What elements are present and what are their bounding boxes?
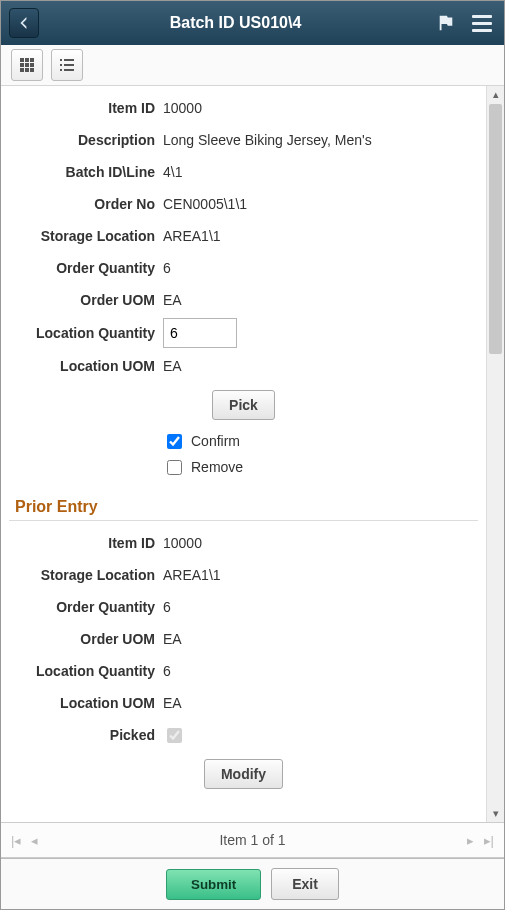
storage-location-label: Storage Location bbox=[5, 228, 163, 244]
remove-label: Remove bbox=[191, 459, 243, 475]
prior-loc-qty-value: 6 bbox=[163, 661, 171, 681]
view-toolbar bbox=[1, 45, 504, 86]
location-qty-input[interactable] bbox=[163, 318, 237, 348]
list-view-button[interactable] bbox=[51, 49, 83, 81]
location-qty-label: Location Quantity bbox=[5, 325, 163, 341]
footer-bar: Submit Exit bbox=[1, 858, 504, 909]
pick-button[interactable]: Pick bbox=[212, 390, 275, 420]
header-bar: Batch ID US010\4 bbox=[1, 1, 504, 45]
scroll-up-arrow[interactable]: ▴ bbox=[487, 86, 504, 103]
prior-order-uom-label: Order UOM bbox=[5, 631, 163, 647]
grid-icon bbox=[19, 57, 35, 73]
prior-item-id-value: 10000 bbox=[163, 533, 202, 553]
scroll-down-arrow[interactable]: ▾ bbox=[487, 805, 504, 822]
vertical-scrollbar[interactable]: ▴ ▾ bbox=[486, 86, 504, 822]
pager-prev-icon[interactable]: ◂ bbox=[31, 833, 38, 848]
order-uom-label: Order UOM bbox=[5, 292, 163, 308]
batch-line-value: 4\1 bbox=[163, 162, 182, 182]
prior-item-id-label: Item ID bbox=[5, 535, 163, 551]
order-no-label: Order No bbox=[5, 196, 163, 212]
item-id-value: 10000 bbox=[163, 98, 202, 118]
exit-button[interactable]: Exit bbox=[271, 868, 339, 900]
prior-loc-uom-value: EA bbox=[163, 693, 182, 713]
order-qty-value: 6 bbox=[163, 258, 171, 278]
confirm-label: Confirm bbox=[191, 433, 240, 449]
prior-picked-checkbox bbox=[167, 728, 182, 743]
pager-bar: |◂ ◂ Item 1 of 1 ▸ ▸| bbox=[1, 822, 504, 858]
scroll-thumb[interactable] bbox=[489, 104, 502, 354]
order-no-value: CEN0005\1\1 bbox=[163, 194, 247, 214]
app-window: Batch ID US010\4 Item ID10000 Descriptio… bbox=[0, 0, 505, 910]
batch-line-label: Batch ID\Line bbox=[5, 164, 163, 180]
prior-entry-heading: Prior Entry bbox=[9, 484, 478, 521]
prior-storage-label: Storage Location bbox=[5, 567, 163, 583]
submit-button[interactable]: Submit bbox=[166, 869, 261, 900]
pager-next-icon[interactable]: ▸ bbox=[467, 833, 474, 848]
pager-last-icon[interactable]: ▸| bbox=[484, 833, 494, 848]
confirm-checkbox[interactable] bbox=[167, 434, 182, 449]
back-button[interactable] bbox=[9, 8, 39, 38]
pager-text: Item 1 of 1 bbox=[219, 832, 285, 848]
content-area: Item ID10000 DescriptionLong Sleeve Biki… bbox=[1, 86, 504, 822]
grid-view-button[interactable] bbox=[11, 49, 43, 81]
prior-loc-uom-label: Location UOM bbox=[5, 695, 163, 711]
modify-button[interactable]: Modify bbox=[204, 759, 283, 789]
prior-storage-value: AREA1\1 bbox=[163, 565, 221, 585]
item-id-label: Item ID bbox=[5, 100, 163, 116]
pager-first-icon[interactable]: |◂ bbox=[11, 833, 21, 848]
description-value: Long Sleeve Biking Jersey, Men's bbox=[163, 130, 372, 150]
location-uom-value: EA bbox=[163, 356, 182, 376]
chevron-left-icon bbox=[18, 17, 30, 29]
flag-icon[interactable] bbox=[432, 9, 460, 37]
description-label: Description bbox=[5, 132, 163, 148]
prior-picked-label: Picked bbox=[5, 727, 163, 743]
remove-checkbox[interactable] bbox=[167, 460, 182, 475]
prior-order-uom-value: EA bbox=[163, 629, 182, 649]
prior-loc-qty-label: Location Quantity bbox=[5, 663, 163, 679]
page-title: Batch ID US010\4 bbox=[39, 14, 432, 32]
location-uom-label: Location UOM bbox=[5, 358, 163, 374]
order-uom-value: EA bbox=[163, 290, 182, 310]
order-qty-label: Order Quantity bbox=[5, 260, 163, 276]
storage-location-value: AREA1\1 bbox=[163, 226, 221, 246]
list-icon bbox=[59, 57, 75, 73]
hamburger-menu-icon[interactable] bbox=[468, 9, 496, 37]
prior-order-qty-label: Order Quantity bbox=[5, 599, 163, 615]
scroll-body: Item ID10000 DescriptionLong Sleeve Biki… bbox=[1, 86, 486, 822]
prior-order-qty-value: 6 bbox=[163, 597, 171, 617]
